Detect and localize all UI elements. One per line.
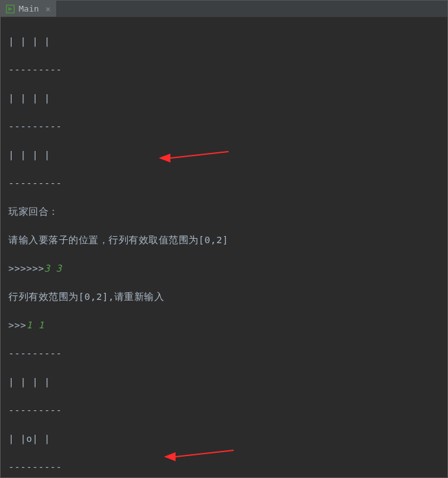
input-prompt-text: 请输入要落子的位置，行列有效取值范围为[0,2] — [8, 233, 442, 247]
user-input-value: 3 3 — [44, 263, 62, 274]
board-divider: --------- — [8, 346, 442, 361]
board-divider: --------- — [8, 403, 442, 417]
board-divider: --------- — [8, 119, 442, 134]
board-cell-row: | |o| | — [8, 432, 442, 446]
board-cell-row: | | | | — [8, 148, 442, 162]
prompt-marker: >>> — [8, 320, 26, 330]
user-input-line: >>>>>>3 3 — [8, 261, 442, 275]
board-divider: --------- — [8, 176, 442, 190]
tab-bar: Main × — [1, 1, 447, 17]
tab-title: Main — [19, 4, 39, 14]
user-input-line: >>>1 1 — [8, 318, 442, 332]
run-config-icon — [6, 5, 15, 14]
player-turn-label: 玩家回合： — [8, 204, 442, 219]
board-cell-row: | | | | — [8, 375, 442, 389]
error-range-message: 行列有效范围为[0,2],请重新输入 — [8, 290, 442, 304]
board-divider: --------- — [8, 63, 442, 77]
close-icon[interactable]: × — [45, 4, 50, 14]
user-input-value: 1 1 — [26, 320, 45, 330]
board-divider: --------- — [8, 460, 442, 474]
prompt-marker: >>>>>> — [8, 263, 44, 274]
board-cell-row: | | | | — [8, 91, 442, 105]
editor-tab-main[interactable]: Main × — [1, 1, 56, 17]
board-cell-row: | | | | — [8, 34, 442, 48]
console-output: | | | | --------- | | | | --------- | | … — [1, 17, 447, 478]
